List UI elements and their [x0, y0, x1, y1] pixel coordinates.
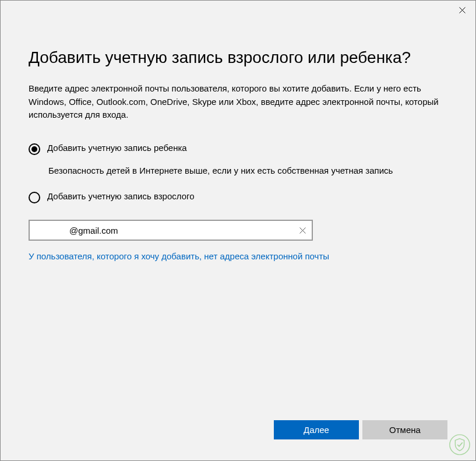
radio-icon — [29, 143, 40, 155]
clear-input-button[interactable] — [297, 224, 308, 236]
svg-point-4 — [450, 435, 470, 455]
close-button[interactable] — [449, 1, 475, 19]
titlebar — [1, 1, 475, 19]
account-type-radio-group: Добавить учетную запись ребенка Безопасн… — [29, 143, 447, 204]
email-input[interactable] — [29, 220, 313, 241]
dialog-description: Введите адрес электронной почты пользова… — [29, 82, 447, 122]
next-button[interactable]: Далее — [274, 420, 359, 439]
close-icon — [459, 7, 466, 13]
dialog-heading: Добавить учетную запись взрослого или ре… — [29, 47, 447, 68]
cancel-button[interactable]: Отмена — [362, 420, 447, 439]
button-row: Далее Отмена — [274, 420, 447, 439]
radio-option-child[interactable]: Добавить учетную запись ребенка — [29, 143, 447, 155]
radio-subtext-child: Безопасность детей в Интернете выше, есл… — [48, 164, 447, 178]
email-input-wrapper — [29, 220, 313, 241]
radio-label-child: Добавить учетную запись ребенка — [47, 143, 187, 153]
shield-icon — [449, 434, 471, 456]
no-email-link[interactable]: У пользователя, которого я хочу добавить… — [29, 251, 447, 261]
radio-option-adult[interactable]: Добавить учетную запись взрослого — [29, 191, 447, 203]
radio-label-adult: Добавить учетную запись взрослого — [47, 191, 195, 201]
radio-icon — [29, 192, 40, 203]
dialog-content: Добавить учетную запись взрослого или ре… — [1, 19, 475, 261]
x-icon — [299, 227, 306, 234]
